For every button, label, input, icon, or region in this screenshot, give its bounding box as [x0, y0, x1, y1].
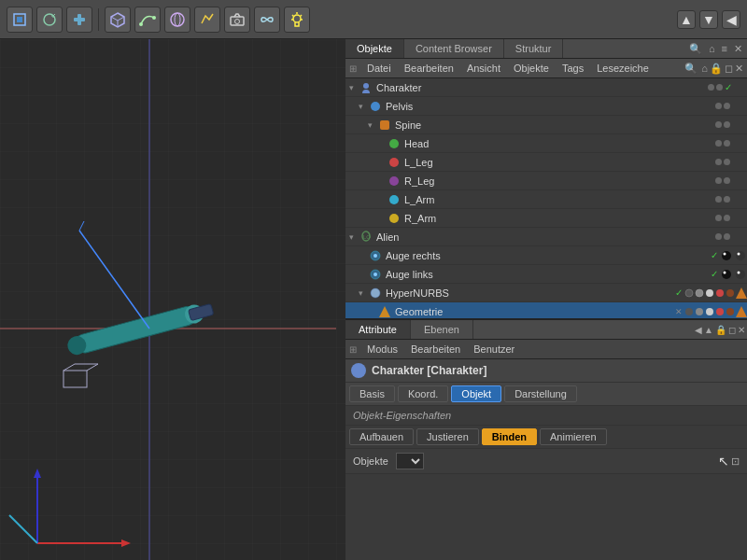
filter-icon[interactable]: ⌂ — [701, 63, 708, 74]
bind-tab-aufbauen[interactable]: Aufbauen — [349, 428, 414, 445]
objekte-dropdown[interactable] — [396, 453, 424, 469]
menu-tags[interactable]: Tags — [556, 61, 590, 76]
svg-point-40 — [363, 83, 369, 89]
svg-point-14 — [235, 19, 240, 23]
scale-icon[interactable] — [66, 7, 92, 33]
content-area: Objekte Content Browser Struktur 🔍 ⌂ ≡ ✕… — [0, 39, 747, 560]
lock-obj-icon[interactable]: 🔒 — [710, 63, 723, 75]
attr-arrow-left-icon[interactable]: ◀ — [695, 325, 702, 335]
dot-rl1 — [715, 177, 722, 184]
tree-item-hypernurbs[interactable]: ▾ HyperNURBS ✓ — [345, 284, 747, 302]
object-tree[interactable]: ▾ Charakter ✓ ▾ Pel — [345, 78, 747, 318]
tree-item-alien[interactable]: ▾ LO Alien — [345, 228, 747, 246]
menu-bearbeiten[interactable]: Bearbeiten — [398, 61, 460, 76]
infinity-icon[interactable] — [254, 7, 280, 33]
nurbs-icon[interactable] — [164, 7, 190, 33]
tree-item-charakter[interactable]: ▾ Charakter ✓ — [345, 78, 747, 97]
rotate-icon[interactable] — [36, 7, 63, 33]
r-leg-icon — [387, 174, 402, 189]
bind-tab-animieren[interactable]: Animieren — [540, 428, 607, 445]
tree-item-l-arm[interactable]: ▸ L_Arm — [345, 190, 747, 209]
viewport-up-icon[interactable]: ▲ — [677, 10, 696, 29]
menu-lesezeiche[interactable]: Lesezeiche — [590, 61, 655, 76]
menu-datei[interactable]: Datei — [360, 61, 398, 76]
svg-marker-75 — [736, 306, 747, 317]
svg-point-73 — [716, 308, 724, 315]
subtab-darstellung[interactable]: Darstellung — [504, 385, 577, 402]
subtab-koord[interactable]: Koord. — [398, 385, 448, 402]
menu-benutzer[interactable]: Benutzer — [467, 342, 521, 357]
svg-line-20 — [292, 15, 294, 17]
search-icon[interactable]: 🔍 — [686, 42, 705, 56]
menu-ansicht[interactable]: Ansicht — [460, 61, 507, 76]
dot-al2 — [724, 233, 730, 240]
tree-item-r-arm[interactable]: ▸ R_Arm — [345, 209, 747, 228]
svg-point-43 — [389, 139, 399, 148]
obj-props-label: Objekt-Eigenschaften — [345, 406, 747, 426]
tab-struktur[interactable]: Struktur — [504, 39, 564, 58]
tree-item-geometrie[interactable]: ▸ Geometrie ✕ — [345, 302, 747, 318]
svg-point-60 — [736, 270, 745, 279]
tree-label-rarm: R_Arm — [404, 213, 715, 224]
search-obj-icon[interactable]: 🔍 — [684, 63, 698, 75]
tab-attribute[interactable]: Attribute — [345, 320, 411, 339]
deform-icon[interactable] — [194, 7, 220, 33]
svg-point-59 — [724, 271, 726, 273]
tree-item-spine[interactable]: ▾ Spine — [345, 116, 747, 134]
attr-lock-icon[interactable]: 🔒 — [715, 325, 726, 335]
cube-icon[interactable] — [105, 7, 131, 33]
attr-expand-icon[interactable]: ◻ — [728, 325, 736, 335]
attr-char-icon — [351, 363, 366, 378]
viewport-down-icon[interactable]: ▼ — [699, 10, 718, 29]
bind-tab-binden[interactable]: Binden — [482, 428, 537, 445]
attr-sub-tabs: Basis Koord. Objekt Darstellung — [345, 383, 747, 406]
tree-item-l-leg[interactable]: ▸ L_Leg — [345, 153, 747, 172]
expand-arrow-nurbs: ▾ — [359, 288, 368, 298]
panel-settings-icon[interactable]: ≡ — [719, 42, 730, 55]
app-window: ▲ ▼ ◀ — [0, 0, 747, 560]
attr-arrow-up-icon[interactable]: ▲ — [704, 325, 713, 335]
tree-item-r-leg[interactable]: ▸ R_Leg — [345, 172, 747, 190]
bind-tab-justieren[interactable]: Justieren — [416, 428, 479, 445]
menu-modus[interactable]: Modus — [360, 342, 404, 357]
dot-h2 — [724, 140, 730, 147]
tree-item-auge-links[interactable]: ▸ Auge links ✓ — [345, 265, 747, 284]
tree-item-pelvis[interactable]: ▾ Pelvis — [345, 97, 747, 116]
panel-close-icon[interactable]: ✕ — [731, 42, 745, 56]
subtab-objekt[interactable]: Objekt — [451, 385, 501, 402]
svg-point-64 — [696, 289, 703, 297]
home-icon[interactable]: ⌂ — [706, 42, 718, 55]
tree-item-head[interactable]: ▸ Head — [345, 134, 747, 153]
right-panel: Objekte Content Browser Struktur 🔍 ⌂ ≡ ✕… — [345, 39, 747, 560]
dot-h1 — [715, 140, 722, 147]
cursor-indicator: ↖ — [718, 454, 729, 469]
tab-objekte[interactable]: Objekte — [345, 39, 404, 58]
cursor-box-indicator: ⊡ — [731, 455, 740, 468]
l-leg-icon — [387, 155, 402, 170]
close-obj-icon[interactable]: ✕ — [735, 63, 743, 75]
dot-la2 — [724, 196, 730, 203]
menu-bearbeiten-attr[interactable]: Bearbeiten — [404, 342, 467, 357]
tree-label-alien: Alien — [376, 231, 715, 243]
svg-point-62 — [371, 288, 380, 298]
tree-label-larm: L_Arm — [404, 194, 715, 205]
auge-rechts-icon — [368, 248, 383, 263]
viewport-panel[interactable] — [0, 39, 345, 560]
tab-content-browser[interactable]: Content Browser — [404, 39, 504, 58]
move-icon[interactable] — [7, 7, 33, 33]
objekte-row: Objekte ↖ ⊡ — [345, 449, 747, 474]
menu-objekte[interactable]: Objekte — [507, 61, 556, 76]
svg-point-57 — [374, 273, 377, 276]
camera-icon[interactable] — [224, 7, 250, 33]
spline-icon[interactable] — [134, 7, 161, 33]
tab-ebenen[interactable]: Ebenen — [411, 320, 473, 339]
3d-viewport[interactable] — [0, 39, 345, 560]
subtab-basis[interactable]: Basis — [349, 385, 395, 402]
attr-title-row: Charakter [Charakter] — [345, 359, 747, 383]
attr-close-icon[interactable]: ✕ — [738, 325, 745, 335]
expand-obj-icon[interactable]: ◻ — [725, 63, 733, 75]
light-icon[interactable] — [284, 7, 310, 33]
viewport-left-icon[interactable]: ◀ — [722, 10, 740, 29]
spine-icon — [377, 118, 392, 133]
tree-item-auge-rechts[interactable]: ▸ Auge rechts ✓ — [345, 246, 747, 265]
